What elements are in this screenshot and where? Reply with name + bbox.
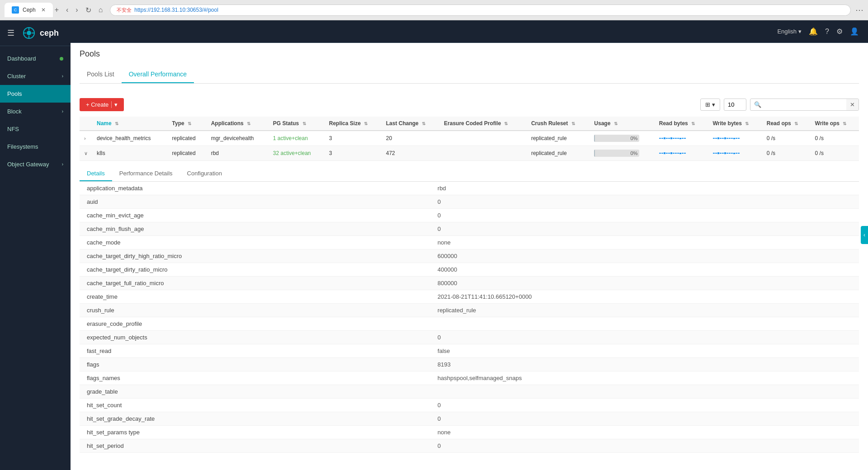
dropdown-arrow-icon[interactable]: ▾	[111, 101, 118, 108]
create-button[interactable]: + Create ▾	[80, 98, 124, 111]
col-write-ops[interactable]: Write ops ⇅	[811, 117, 859, 131]
col-replica-size[interactable]: Replica Size ⇅	[325, 117, 382, 131]
col-type[interactable]: Type ⇅	[168, 117, 207, 131]
notification-icon[interactable]: 🔔	[809, 27, 818, 36]
detail-key: application_metadata	[80, 182, 430, 195]
detail-value: 0	[430, 439, 859, 453]
chevron-right-icon: ›	[62, 74, 63, 79]
cell-write-ops: 0 /s	[811, 131, 859, 146]
expand-row-btn[interactable]: ›	[84, 136, 86, 141]
sidebar-item-pools[interactable]: Pools	[0, 85, 71, 103]
sidebar-item-label: Object Gateway	[7, 161, 49, 168]
page-size-input[interactable]	[724, 99, 746, 111]
detail-tab-configuration[interactable]: Configuration	[180, 166, 229, 181]
sidebar-nav: Dashboard Cluster › Pools Block › NFS Fi…	[0, 46, 71, 470]
search-box: 🔍 ✕	[750, 99, 859, 111]
col-last-change[interactable]: Last Change ⇅	[382, 117, 439, 131]
language-label: English	[777, 28, 797, 35]
col-write-bytes[interactable]: Write bytes ⇅	[708, 117, 762, 131]
table-container: Name ⇅ Type ⇅ Applications ⇅ PG Status ⇅…	[80, 117, 859, 161]
clear-search-btn[interactable]: ✕	[846, 99, 859, 110]
home-btn[interactable]: ⌂	[96, 4, 106, 16]
sidebar-item-label: Cluster	[7, 73, 26, 80]
hamburger-icon[interactable]: ☰	[7, 28, 14, 38]
detail-value	[430, 317, 859, 331]
cell-usage: 0%	[590, 146, 654, 161]
browser-nav: ‹ › ↻ ⌂	[63, 4, 105, 16]
detail-value: hashpspool,selfmanaged_snaps	[430, 371, 859, 385]
detail-row: cache_target_dirty_ratio_micro400000	[80, 263, 859, 277]
cell-name: k8s	[92, 146, 168, 161]
back-btn[interactable]: ‹	[63, 4, 71, 16]
url-display: https://192.168.31.10:30653/#/pool	[134, 7, 218, 13]
browser-menu-btn[interactable]: ⋯	[855, 5, 863, 15]
view-toggle-btn[interactable]: ⊞ ▾	[700, 99, 720, 111]
language-selector[interactable]: English ▾	[777, 28, 802, 35]
detail-value: 400000	[430, 263, 859, 277]
detail-value: rbd	[430, 182, 859, 195]
detail-value: none	[430, 236, 859, 249]
detail-row: cache_modenone	[80, 236, 859, 249]
help-icon[interactable]: ?	[825, 28, 829, 36]
sidebar-item-object-gateway[interactable]: Object Gateway ›	[0, 155, 71, 173]
detail-row: crush_rulereplicated_rule	[80, 304, 859, 317]
detail-key: cache_min_evict_age	[80, 209, 430, 222]
col-usage[interactable]: Usage ⇅	[590, 117, 654, 131]
cell-pg-status: 32 active+clean	[269, 146, 325, 161]
detail-value: 0	[430, 399, 859, 412]
detail-value: replicated_rule	[430, 304, 859, 317]
detail-row: expected_num_objects0	[80, 331, 859, 344]
sidebar-item-block[interactable]: Block ›	[0, 103, 71, 120]
main-area: English ▾ 🔔 ? ⚙ 👤 Pools Pools List Overa…	[71, 20, 868, 470]
col-crush[interactable]: Crush Ruleset ⇅	[527, 117, 590, 131]
main-content: Pools Pools List Overall Performance + C…	[71, 43, 868, 470]
forward-btn[interactable]: ›	[73, 4, 80, 16]
tab-favicon: C	[12, 6, 19, 14]
detail-tab-performance[interactable]: Performance Details	[112, 166, 180, 181]
new-tab-icon[interactable]: +	[55, 6, 59, 14]
search-input[interactable]	[765, 99, 846, 110]
detail-row: create_time2021-08-21T11:41:10.665120+00…	[80, 290, 859, 304]
right-panel-handle[interactable]: ‹	[861, 226, 868, 244]
sidebar-item-filesystems[interactable]: Filesystems	[0, 138, 71, 155]
chevron-right-icon: ›	[62, 109, 63, 114]
detail-value: 0	[430, 412, 859, 426]
sidebar-item-dashboard[interactable]: Dashboard	[0, 50, 71, 67]
sidebar-header: ☰ ceph	[0, 20, 71, 46]
cell-type: replicated	[168, 146, 207, 161]
cell-write-bytes	[708, 146, 762, 161]
sidebar-item-label: Pools	[7, 90, 22, 97]
tab-pools-list[interactable]: Pools List	[80, 66, 122, 83]
address-bar[interactable]: 不安全 https://192.168.31.10:30653/#/pool	[110, 5, 851, 16]
col-read-bytes[interactable]: Read bytes ⇅	[655, 117, 708, 131]
cell-read-bytes	[655, 146, 708, 161]
page-title: Pools	[80, 49, 859, 59]
tab-overall-performance[interactable]: Overall Performance	[122, 66, 194, 83]
user-icon[interactable]: 👤	[850, 27, 859, 36]
detail-key: flags	[80, 358, 430, 371]
sidebar: ☰ ceph Dashboard Cluster › Pools	[0, 20, 71, 470]
col-erasure[interactable]: Erasure Coded Profile ⇅	[439, 117, 527, 131]
detail-row: application_metadatarbd	[80, 182, 859, 195]
sidebar-item-nfs[interactable]: NFS	[0, 120, 71, 138]
col-name[interactable]: Name ⇅	[92, 117, 168, 131]
detail-key: hit_set_count	[80, 399, 430, 412]
expand-row-btn[interactable]: ∨	[84, 150, 88, 156]
detail-row: fast_readfalse	[80, 344, 859, 358]
close-tab-icon[interactable]: ✕	[41, 7, 46, 13]
detail-section: Details Performance Details Configuratio…	[80, 166, 859, 453]
cell-crush: replicated_rule	[527, 131, 590, 146]
detail-tab-details[interactable]: Details	[80, 166, 112, 181]
cell-last-change: 20	[382, 131, 439, 146]
refresh-btn[interactable]: ↻	[83, 4, 94, 16]
col-pg-status[interactable]: PG Status ⇅	[269, 117, 325, 131]
detail-key: hit_set_period	[80, 439, 430, 453]
settings-icon[interactable]: ⚙	[836, 27, 843, 36]
cell-applications: mgr_devicehealth	[207, 131, 269, 146]
detail-key: crush_rule	[80, 304, 430, 317]
detail-value: 600000	[430, 249, 859, 263]
detail-row: erasure_code_profile	[80, 317, 859, 331]
col-applications[interactable]: Applications ⇅	[207, 117, 269, 131]
col-read-ops[interactable]: Read ops ⇅	[762, 117, 811, 131]
sidebar-item-cluster[interactable]: Cluster ›	[0, 67, 71, 85]
